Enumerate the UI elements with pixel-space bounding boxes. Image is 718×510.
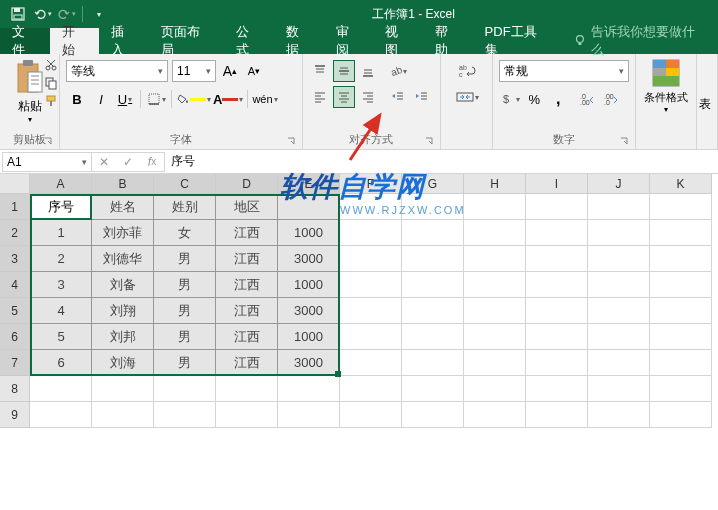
cell[interactable]: 男: [154, 272, 216, 298]
merge-cells-icon[interactable]: ▾: [447, 86, 487, 108]
formula-input[interactable]: 序号: [165, 153, 718, 170]
tab-pdf[interactable]: PDF工具集: [473, 28, 561, 54]
col-header-F[interactable]: F: [340, 174, 402, 194]
cell[interactable]: [464, 376, 526, 402]
cell[interactable]: [278, 376, 340, 402]
cell[interactable]: [650, 220, 712, 246]
tab-view[interactable]: 视图: [373, 28, 423, 54]
cell[interactable]: [588, 324, 650, 350]
cell[interactable]: 男: [154, 246, 216, 272]
cell[interactable]: [402, 298, 464, 324]
cell[interactable]: 男: [154, 298, 216, 324]
cell[interactable]: 男: [154, 350, 216, 376]
row-header-1[interactable]: 1: [0, 194, 30, 220]
cell[interactable]: [588, 376, 650, 402]
tab-review[interactable]: 审阅: [324, 28, 374, 54]
cell[interactable]: 刘亦菲: [92, 220, 154, 246]
cell[interactable]: 江西: [216, 350, 278, 376]
cell[interactable]: [650, 402, 712, 428]
align-top-icon[interactable]: [309, 60, 331, 82]
cell[interactable]: [402, 402, 464, 428]
cell[interactable]: 女: [154, 220, 216, 246]
cell[interactable]: [464, 298, 526, 324]
align-bottom-icon[interactable]: [357, 60, 379, 82]
font-size-select[interactable]: 11▾: [172, 60, 216, 82]
tab-data[interactable]: 数据: [274, 28, 324, 54]
percent-format-icon[interactable]: %: [523, 88, 545, 110]
fx-icon[interactable]: fx: [140, 153, 164, 171]
cell[interactable]: [464, 194, 526, 220]
accounting-format-icon[interactable]: $▾: [499, 88, 521, 110]
row-header-6[interactable]: 6: [0, 324, 30, 350]
col-header-D[interactable]: D: [216, 174, 278, 194]
cell[interactable]: [526, 376, 588, 402]
cell[interactable]: 江西: [216, 298, 278, 324]
increase-font-icon[interactable]: A▴: [220, 61, 240, 81]
cell[interactable]: 姓名: [92, 194, 154, 220]
cell[interactable]: [526, 246, 588, 272]
undo-icon[interactable]: ▾: [32, 4, 52, 24]
col-header-G[interactable]: G: [402, 174, 464, 194]
col-header-I[interactable]: I: [526, 174, 588, 194]
cell[interactable]: 江西: [216, 272, 278, 298]
cell[interactable]: [154, 402, 216, 428]
name-box[interactable]: A1▾: [2, 152, 92, 172]
cell[interactable]: 1000: [278, 220, 340, 246]
cell[interactable]: [340, 272, 402, 298]
cell[interactable]: [650, 246, 712, 272]
cell[interactable]: [464, 324, 526, 350]
conditional-format-button[interactable]: 条件格式 ▾: [642, 58, 690, 126]
cell[interactable]: [526, 272, 588, 298]
row-header-9[interactable]: 9: [0, 402, 30, 428]
cell[interactable]: [402, 324, 464, 350]
cell-grid[interactable]: 序号姓名姓别地区1刘亦菲女江西10002刘德华男江西30003刘备男江西1000…: [30, 194, 712, 428]
cell[interactable]: 3000: [278, 298, 340, 324]
cell[interactable]: 刘邦: [92, 324, 154, 350]
cell[interactable]: [340, 376, 402, 402]
cell[interactable]: [526, 350, 588, 376]
cell[interactable]: [526, 194, 588, 220]
increase-indent-icon[interactable]: [411, 86, 433, 108]
cell[interactable]: [464, 272, 526, 298]
cell[interactable]: 地区: [216, 194, 278, 220]
cell[interactable]: 刘德华: [92, 246, 154, 272]
font-name-select[interactable]: 等线▾: [66, 60, 168, 82]
enter-icon[interactable]: ✓: [116, 153, 140, 171]
underline-button[interactable]: U▾: [114, 88, 136, 110]
cell[interactable]: 刘翔: [92, 298, 154, 324]
align-center-icon[interactable]: [333, 86, 355, 108]
clipboard-expand-icon[interactable]: [43, 135, 55, 147]
number-expand-icon[interactable]: [619, 135, 631, 147]
border-button[interactable]: ▾: [145, 88, 167, 110]
row-header-7[interactable]: 7: [0, 350, 30, 376]
cell[interactable]: [588, 194, 650, 220]
decrease-indent-icon[interactable]: [387, 86, 409, 108]
redo-icon[interactable]: ▾: [56, 4, 76, 24]
wrap-text-icon[interactable]: abc: [447, 60, 487, 82]
number-format-select[interactable]: 常规▾: [499, 60, 629, 82]
decrease-decimal-icon[interactable]: .00.0: [601, 88, 623, 110]
comma-format-icon[interactable]: ,: [547, 88, 569, 110]
qat-customize-icon[interactable]: ▾: [89, 4, 109, 24]
cell[interactable]: 江西: [216, 246, 278, 272]
cell[interactable]: 1: [30, 220, 92, 246]
cell[interactable]: [92, 402, 154, 428]
cell[interactable]: 姓别: [154, 194, 216, 220]
col-header-B[interactable]: B: [92, 174, 154, 194]
cell[interactable]: [526, 220, 588, 246]
orientation-icon[interactable]: ab▾: [387, 60, 409, 82]
tab-insert[interactable]: 插入: [99, 28, 149, 54]
tell-me[interactable]: 告诉我你想要做什么: [561, 28, 718, 54]
italic-button[interactable]: I: [90, 88, 112, 110]
phonetic-button[interactable]: wén▾: [252, 88, 277, 110]
font-expand-icon[interactable]: [286, 135, 298, 147]
cell[interactable]: 2: [30, 246, 92, 272]
save-icon[interactable]: [8, 4, 28, 24]
row-header-2[interactable]: 2: [0, 220, 30, 246]
cell[interactable]: 刘备: [92, 272, 154, 298]
cell[interactable]: 3: [30, 272, 92, 298]
cell[interactable]: 男: [154, 324, 216, 350]
col-header-K[interactable]: K: [650, 174, 712, 194]
tab-home[interactable]: 开始: [50, 28, 100, 54]
cell[interactable]: [650, 298, 712, 324]
